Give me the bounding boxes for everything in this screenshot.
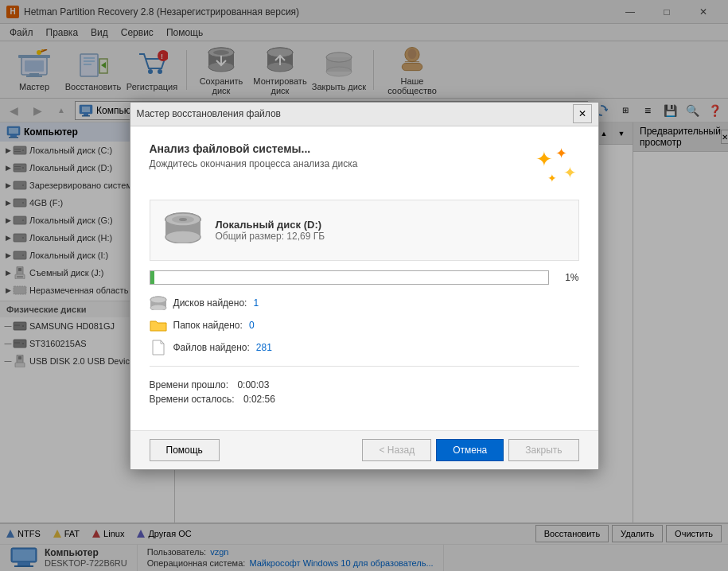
- back-button[interactable]: < Назад: [362, 439, 431, 461]
- modal-header-text: Анализ файловой системы... Дождитесь око…: [150, 142, 358, 169]
- disk-large-icon: [163, 210, 203, 251]
- disks-found-label: Дисков найдено:: [173, 297, 247, 309]
- files-found-row: Файлов найдено: 281: [150, 339, 579, 356]
- folders-found-value: 0: [249, 320, 255, 331]
- progress-bar: [150, 270, 549, 285]
- file-found-icon: [150, 339, 167, 356]
- svg-text:✦: ✦: [535, 147, 553, 171]
- svg-point-100: [150, 305, 166, 310]
- svg-text:✦: ✦: [563, 164, 577, 181]
- found-stats: Дисков найдено: 1 Папок найдено: 0: [150, 294, 579, 356]
- disks-found-row: Дисков найдено: 1: [150, 294, 579, 312]
- time-section: Времени прошло: 0:00:03 Времени осталось…: [150, 366, 579, 405]
- disk-size: Общий размер: 12,69 ГБ: [216, 231, 325, 242]
- progress-row: 1%: [150, 270, 579, 285]
- elapsed-time-row: Времени прошло: 0:00:03: [150, 379, 579, 390]
- modal-close-button[interactable]: ✕: [573, 104, 592, 123]
- remaining-label: Времени осталось:: [150, 394, 235, 405]
- modal-title-bar: Мастер восстановления файлов ✕: [130, 103, 598, 126]
- svg-point-97: [179, 218, 187, 221]
- elapsed-value: 0:00:03: [237, 379, 269, 390]
- files-found-value: 281: [256, 342, 272, 353]
- magic-stars-icon: ✦ ✦ ✦ ✦: [531, 142, 579, 190]
- wizard-modal: Мастер восстановления файлов ✕ Анализ фа…: [130, 102, 599, 470]
- close-button[interactable]: Закрыть: [508, 439, 578, 461]
- cancel-button[interactable]: Отмена: [436, 439, 504, 461]
- modal-title: Мастер восстановления файлов: [137, 108, 281, 119]
- svg-text:✦: ✦: [555, 146, 567, 161]
- folders-found-label: Папок найдено:: [173, 320, 243, 331]
- svg-point-101: [150, 297, 166, 303]
- footer-right-buttons: < Назад Отмена Закрыть: [362, 439, 578, 461]
- modal-footer: Помощь < Назад Отмена Закрыть: [130, 430, 598, 469]
- modal-body: Анализ файловой системы... Дождитесь око…: [130, 126, 598, 430]
- modal-header-row: Анализ файловой системы... Дождитесь око…: [150, 142, 579, 190]
- modal-subtitle: Дождитесь окончания процесса анализа дис…: [150, 158, 358, 169]
- help-button[interactable]: Помощь: [150, 439, 220, 461]
- folder-found-icon: [150, 317, 167, 334]
- progress-percent: 1%: [555, 272, 579, 283]
- svg-point-94: [165, 231, 200, 243]
- remaining-time-row: Времени осталось: 0:02:56: [150, 394, 579, 405]
- disk-details: Локальный диск (D:) Общий размер: 12,69 …: [216, 219, 325, 242]
- disk-found-icon: [150, 294, 167, 312]
- progress-bar-fill: [150, 271, 154, 284]
- elapsed-label: Времени прошло:: [150, 379, 229, 390]
- remaining-value: 0:02:56: [243, 394, 275, 405]
- disks-found-value: 1: [253, 297, 259, 309]
- modal-disk-info: Локальный диск (D:) Общий размер: 12,69 …: [150, 200, 579, 261]
- svg-text:✦: ✦: [547, 172, 557, 185]
- folders-found-row: Папок найдено: 0: [150, 317, 579, 334]
- modal-overlay: Мастер восстановления файлов ✕ Анализ фа…: [0, 0, 728, 571]
- files-found-label: Файлов найдено:: [173, 342, 250, 353]
- modal-heading: Анализ файловой системы...: [150, 142, 358, 155]
- disk-name: Локальный диск (D:): [216, 219, 325, 231]
